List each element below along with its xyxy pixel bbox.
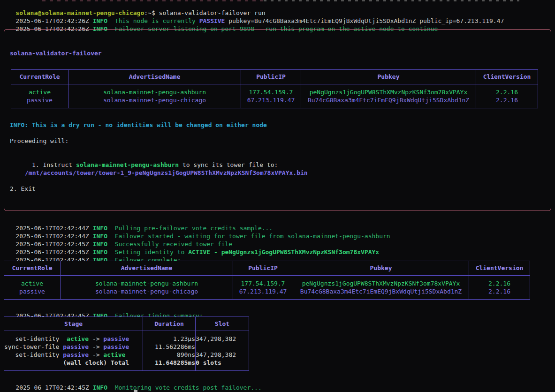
active-role: active — [11, 88, 68, 96]
arrow: -> — [89, 343, 103, 350]
version-cell: 2.2.16 2.2.16 — [476, 84, 538, 108]
column-header: Duration — [143, 317, 196, 331]
active-version: 2.2.16 — [469, 279, 530, 287]
active-name: solana-mainnet-pengu-ashburn — [61, 279, 233, 287]
role-cell: active passive — [4, 276, 61, 299]
column-header: AdvertisedName — [61, 261, 233, 275]
column-header: PublicIP — [233, 261, 293, 275]
passive-role: passive — [11, 96, 68, 104]
ip-cell: 177.54.159.7 67.213.119.47 — [241, 84, 301, 108]
duration-value: 890ns — [143, 351, 195, 359]
total-label: (wall clock) Total — [4, 359, 143, 367]
column-header: ClientVersion — [476, 70, 538, 84]
slot-value: 347,298,382 — [196, 335, 249, 343]
duration-value: 11.562286ms — [143, 343, 195, 351]
duration-cell: 1.23µs 11.562286ms 890ns 11.648285ms — [143, 331, 196, 370]
node-table-body: active passive solana-mainnet-pengu-ashb… — [4, 276, 530, 299]
node-table: CurrentRole AdvertisedName PublicIP Pubk… — [11, 69, 538, 108]
slot-cell: 347,298,382 347,298,382 0 slots — [196, 331, 249, 370]
column-header: ClientVersion — [469, 261, 530, 275]
node-table-body: active passive solana-mainnet-pengu-ashb… — [11, 84, 538, 108]
stage-name: set-identity — [4, 335, 67, 342]
panel-title: solana-validator-failover — [10, 49, 102, 57]
stage-from: passive — [63, 351, 89, 358]
column-header: Pubkey — [301, 70, 476, 84]
duration-value: 1.23µs — [143, 335, 195, 343]
stage-from: active — [67, 335, 89, 342]
node-table-header-row: CurrentRole AdvertisedName PublicIP Pubk… — [4, 261, 530, 276]
active-pubkey: peNgUgnzs1jGogUPW8SThXMvzNpzKSNf3om78xVP… — [301, 88, 476, 96]
passive-pubkey: Bu74cG8Baxa3m4Etc7iEmEQ9jBxWdqUtji5SDxAb… — [301, 96, 476, 104]
slot-value — [196, 343, 249, 351]
active-ip: 177.54.159.7 — [233, 279, 293, 287]
slot-total: 0 slots — [196, 359, 249, 367]
arrow: -> — [89, 335, 103, 342]
failover-panel: solana-validator-failover CurrentRole Ad… — [4, 29, 551, 211]
passive-name: solana-mainnet-pengu-chicago — [68, 96, 241, 104]
node-table-header-row: CurrentRole AdvertisedName PublicIP Pubk… — [11, 70, 538, 84]
passive-ip: 67.213.119.47 — [233, 287, 293, 295]
passive-version: 2.2.16 — [476, 96, 538, 104]
active-pubkey: peNgUgnzs1jGogUPW8SThXMvzNpzKSNf3om78xVP… — [293, 279, 469, 287]
version-cell: 2.2.16 2.2.16 — [469, 276, 530, 299]
ip-cell: 177.54.159.7 67.213.119.47 — [233, 276, 293, 299]
column-header: Pubkey — [293, 261, 469, 275]
log-message-bold: ACTIVE - peNgUgnzs1jGogUPW8SThXMvzNpzKSN… — [188, 249, 379, 256]
column-header: CurrentRole — [11, 70, 68, 84]
terminal-cursor — [134, 390, 137, 392]
passive-ip: 67.213.119.47 — [241, 96, 301, 104]
step-2: 2. Exit — [10, 185, 36, 193]
active-ip: 177.54.159.7 — [241, 88, 301, 96]
stage-row: set-identity active -> passive — [4, 335, 143, 343]
dry-run-notice: INFO: This is a dry run - no identities … — [10, 121, 267, 129]
name-cell: solana-mainnet-pengu-ashburn solana-main… — [61, 276, 233, 299]
stage-name: sync-tower-file — [4, 343, 63, 350]
timing-table-body: set-identity active -> passive sync-towe… — [4, 331, 249, 370]
step-1-hostname: solana-mainnet-pengu-ashburn — [76, 161, 179, 168]
passive-name: solana-mainnet-pengu-chicago — [61, 287, 233, 295]
log-line: 2025-06-17T02:43:10ZINFOVote credit rank… — [1, 384, 258, 392]
column-header: PublicIP — [241, 70, 301, 84]
stage-row: set-identity passive -> active — [4, 351, 143, 359]
pubkey-cell: peNgUgnzs1jGogUPW8SThXMvzNpzKSNf3om78xVP… — [301, 84, 476, 108]
proceeding-label: Proceeding will: — [10, 137, 68, 145]
column-header: Stage — [4, 317, 143, 331]
tower-file-path: /mnt/accounts/tower/tower-1_9-peNgUgnzs1… — [25, 169, 308, 177]
arrow: -> — [89, 351, 103, 358]
slot-value: 347,298,382 — [196, 351, 249, 359]
pubkey-cell: peNgUgnzs1jGogUPW8SThXMvzNpzKSNf3om78xVP… — [293, 276, 469, 299]
duration-total: 11.648285ms — [143, 359, 195, 367]
clipped-previous-line — [264, 0, 519, 1]
stage-row: sync-tower-file passive -> passive — [4, 343, 143, 351]
stage-name: set-identity — [4, 351, 63, 358]
name-cell: solana-mainnet-pengu-ashburn solana-main… — [68, 84, 241, 108]
stage-from: passive — [63, 343, 89, 350]
step-1-text: 1. Instruct — [32, 161, 76, 168]
stage-to: passive — [103, 343, 129, 350]
active-version: 2.2.16 — [476, 88, 538, 96]
column-header: CurrentRole — [4, 261, 61, 275]
passive-pubkey: Bu74cG8Baxa3m4Etc7iEmEQ9jBxWdqUtji5SDxAb… — [293, 287, 469, 295]
passive-role: passive — [4, 287, 60, 295]
passive-version: 2.2.16 — [469, 287, 530, 295]
stage-to: passive — [103, 335, 129, 342]
timing-table: Stage Duration Slot set-identity active … — [4, 317, 249, 371]
stage-to: active — [103, 351, 125, 358]
node-table-post: CurrentRole AdvertisedName PublicIP Pubk… — [4, 261, 530, 300]
step-1-text-post: to sync its tower file to: — [179, 161, 278, 168]
role-cell: active passive — [11, 84, 68, 108]
active-role: active — [4, 279, 60, 287]
timing-table-header-row: Stage Duration Slot — [4, 317, 249, 331]
column-header: Slot — [196, 317, 249, 331]
terminal[interactable]: solana@solana-mainnet-pengu-chicago:~$so… — [0, 0, 555, 392]
stage-cell: set-identity active -> passive sync-towe… — [4, 331, 143, 370]
active-name: solana-mainnet-pengu-ashburn — [68, 88, 241, 96]
column-header: AdvertisedName — [68, 70, 241, 84]
